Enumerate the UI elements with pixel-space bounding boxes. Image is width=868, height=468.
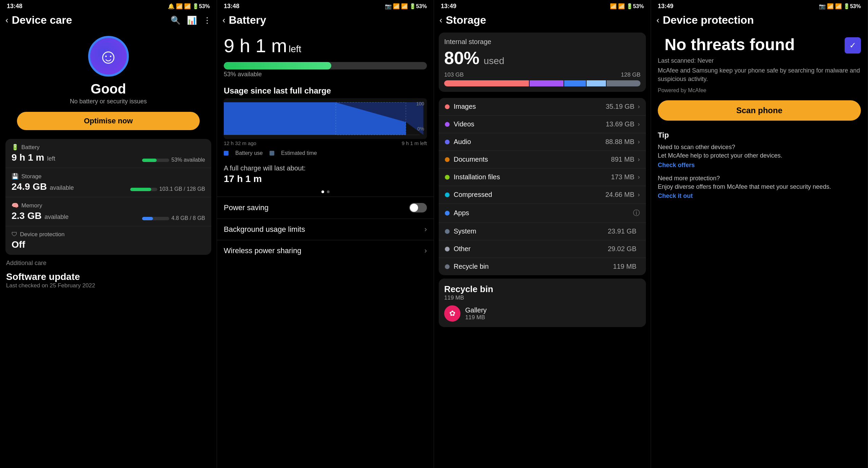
tip-section: Tip Need to scan other devices? Let McAf… [651, 127, 868, 208]
wireless-power-label: Wireless power sharing [224, 246, 301, 255]
other-row: Other 29.02 GB [439, 240, 646, 258]
dp-main-title: No threats found [658, 33, 845, 54]
scan-phone-button[interactable]: Scan phone [658, 100, 861, 121]
protection-care-item[interactable]: 🛡 Device protection Off [5, 226, 211, 255]
storage-mini-fill [130, 188, 151, 191]
audio-row[interactable]: Audio 88.88 MB › [439, 133, 646, 151]
signal-icon-3: 📶 [618, 3, 625, 9]
software-sub: Last checked on 25 February 2022 [6, 282, 211, 289]
signal-icon-4: 📶 [835, 3, 842, 9]
protection-label: 🛡 Device protection [12, 231, 205, 238]
shield-check-icon: ✓ [845, 37, 861, 54]
nav-bar-1: ‹ Device care 🔍 📊 ⋮ [0, 11, 217, 29]
storage-icon-small: 💾 [12, 173, 19, 180]
installation-row[interactable]: Installation files 173 MB › [439, 168, 646, 186]
videos-name: Videos [454, 120, 606, 128]
status-icons-3: 📶 📶 🔋53% [610, 3, 644, 9]
battery-time-big: 9 h 1 m [224, 35, 287, 56]
tip1-text: Let McAfee help to protect your other de… [658, 151, 861, 160]
storage-mini-bar [130, 188, 157, 191]
power-saving-toggle[interactable] [409, 203, 427, 212]
nav-bar-2: ‹ Battery [217, 11, 434, 29]
protection-icon-small: 🛡 [12, 231, 17, 238]
status-time-1: 13:48 [7, 3, 22, 10]
back-button-1[interactable]: ‹ [5, 15, 8, 25]
internal-storage-label: Internal storage [444, 38, 640, 46]
storage-value: 24.9 GB available [12, 181, 74, 192]
apps-row[interactable]: Apps ⓘ [439, 204, 646, 223]
battery-status-icon-3: 🔋53% [626, 3, 644, 9]
videos-dot [445, 122, 450, 127]
signal-icon: 📶 [184, 3, 191, 9]
installation-size: 173 MB [611, 173, 634, 181]
nav-title-2: Battery [229, 14, 428, 26]
battery-icon-small: 🔋 [12, 144, 19, 151]
gallery-app-name: Gallery [465, 306, 487, 314]
documents-row[interactable]: Documents 891 MB › [439, 151, 646, 168]
images-name: Images [454, 103, 606, 110]
panel-device-care: 13:48 🔔 📶 📶 🔋53% ‹ Device care 🔍 📊 ⋮ ☺ G… [0, 0, 217, 468]
panel-battery: 13:48 📷 📶 📶 🔋53% ‹ Battery 9 h 1 m left … [217, 0, 434, 468]
storage-sub: 103.1 GB / 128 GB [159, 186, 205, 192]
panel-storage: 13:49 📶 📶 🔋53% ‹ Storage Internal storag… [434, 0, 651, 468]
images-bar [444, 80, 529, 86]
page-dots [217, 187, 434, 197]
videos-bar [530, 80, 564, 86]
optimise-button[interactable]: Optimise now [17, 112, 200, 130]
videos-row[interactable]: Videos 13.69 GB › [439, 116, 646, 133]
dp-title-row: No threats found ✓ [651, 29, 868, 54]
storage-care-item[interactable]: 💾 Storage 24.9 GB available 103.1 GB / 1… [5, 168, 211, 197]
storage-used-label: used [484, 56, 505, 66]
back-button-4[interactable]: ‹ [656, 15, 659, 25]
status-bar-3: 13:49 📶 📶 🔋53% [434, 0, 651, 11]
storage-label: 💾 Storage [12, 173, 205, 180]
images-chevron: › [638, 103, 640, 110]
smiley-face-icon: ☺ [98, 45, 119, 68]
images-row[interactable]: Images 35.19 GB › [439, 98, 646, 116]
toggle-knob [410, 204, 418, 212]
wireless-power-row[interactable]: Wireless power sharing › [217, 240, 434, 261]
software-update-item[interactable]: Software update Last checked on 25 Febru… [0, 269, 217, 292]
photo-icon: 📷 [385, 3, 392, 9]
check-offers-link[interactable]: Check offers [658, 162, 861, 169]
alarm-icon: 🔔 [168, 3, 175, 9]
documents-size: 891 MB [611, 156, 634, 163]
status-bar-2: 13:48 📷 📶 📶 🔋53% [217, 0, 434, 11]
compressed-name: Compressed [454, 191, 605, 199]
memory-bar-right: 4.8 GB / 8 GB [142, 215, 205, 221]
power-saving-row[interactable]: Power saving [217, 197, 434, 219]
powered-by: Powered by McAfee [651, 85, 868, 99]
recycle-gallery-item[interactable]: ✿ Gallery 119 MB [444, 305, 640, 322]
wifi-icon: 📶 [176, 3, 183, 9]
installation-name: Installation files [454, 173, 611, 181]
apps-info-icon[interactable]: ⓘ [633, 208, 640, 218]
status-bar-1: 13:48 🔔 📶 📶 🔋53% [0, 0, 217, 11]
compressed-size: 24.66 MB [605, 191, 634, 199]
storage-numbers: 103 GB 128 GB [444, 72, 640, 78]
battery-care-item[interactable]: 🔋 Battery 9 h 1 m left 53% available [5, 139, 211, 168]
status-icons-1: 🔔 📶 📶 🔋53% [168, 3, 210, 9]
bg-usage-row[interactable]: Background usage limits › [217, 219, 434, 240]
battery-label: 🔋 Battery [12, 144, 205, 151]
back-button-3[interactable]: ‹ [439, 15, 442, 25]
documents-name: Documents [454, 156, 611, 163]
search-icon-1[interactable]: 🔍 [171, 16, 181, 25]
tip-block-2: Need more protection? Enjoy diverse offe… [658, 174, 861, 200]
recycle-size: 119 MB [613, 263, 636, 270]
check-it-out-link[interactable]: Check it out [658, 192, 861, 200]
installation-dot [445, 175, 450, 180]
documents-chevron: › [638, 156, 640, 163]
back-button-2[interactable]: ‹ [222, 15, 225, 25]
storage-bar-visual [444, 80, 640, 86]
gallery-app-size: 119 MB [465, 314, 487, 321]
battery-status-icon-4: 🔋53% [843, 3, 861, 9]
battery-row: 9 h 1 m left 53% available [12, 152, 205, 163]
memory-mini-bar [142, 217, 169, 220]
more-icon-1[interactable]: ⋮ [203, 16, 211, 25]
status-bar-4: 13:49 📷 📶 📶 🔋53% [651, 0, 868, 11]
compressed-row[interactable]: Compressed 24.66 MB › [439, 186, 646, 204]
videos-size: 13.69 GB [606, 120, 634, 128]
chart-icon-1[interactable]: 📊 [187, 16, 197, 25]
estimated-time-dot [270, 151, 274, 156]
memory-care-item[interactable]: 🧠 Memory 2.3 GB available 4.8 GB / 8 GB [5, 197, 211, 226]
